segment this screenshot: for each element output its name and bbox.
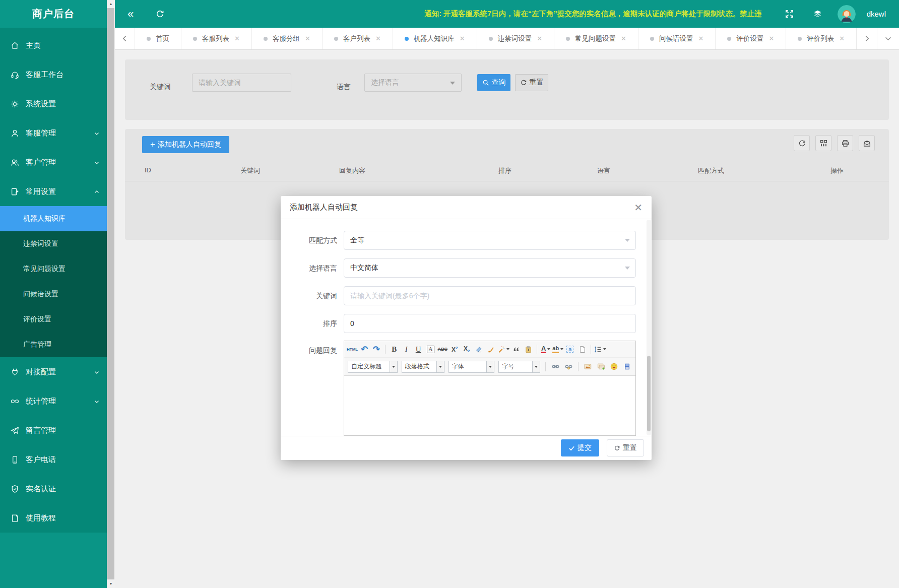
redo-icon[interactable]: ↷ bbox=[371, 344, 382, 355]
tab-item[interactable]: 评价列表✕ bbox=[786, 28, 857, 49]
modal-reset-button[interactable]: 重置 bbox=[607, 439, 644, 456]
sidebar-scrollbar[interactable]: ▲ ▼ bbox=[107, 0, 115, 588]
link-icon[interactable] bbox=[550, 361, 561, 372]
auto-typeset-icon[interactable] bbox=[497, 344, 509, 355]
print-button[interactable] bbox=[837, 135, 853, 151]
unlink-icon[interactable] bbox=[563, 361, 574, 372]
sidebar-subitem[interactable]: 机器人知识库 bbox=[0, 206, 107, 231]
tab-close-icon[interactable]: ✕ bbox=[375, 35, 381, 42]
italic-icon[interactable]: I bbox=[401, 344, 412, 355]
sidebar-item[interactable]: 统计管理 bbox=[0, 386, 107, 416]
quote-icon[interactable] bbox=[510, 344, 522, 355]
username-label[interactable]: dkewl bbox=[867, 10, 886, 18]
editor-combo-select[interactable]: 自定义标题 bbox=[348, 361, 398, 373]
refresh-button[interactable] bbox=[794, 135, 810, 151]
sidebar-item[interactable]: 常用设置 bbox=[0, 177, 107, 206]
sidebar-item[interactable]: 客户电话 bbox=[0, 445, 107, 474]
tab-item[interactable]: 首页 bbox=[135, 28, 181, 49]
sidebar-item[interactable]: 留言管理 bbox=[0, 416, 107, 445]
image-icon[interactable] bbox=[583, 361, 594, 372]
sidebar-item-label: 常用设置 bbox=[26, 187, 56, 197]
tab-close-icon[interactable]: ✕ bbox=[839, 35, 845, 42]
sidebar-subitem[interactable]: 广告管理 bbox=[0, 332, 107, 357]
match-mode-select[interactable]: 全等 bbox=[344, 231, 636, 250]
eraser-icon[interactable] bbox=[473, 344, 484, 355]
modal-close-icon[interactable]: ✕ bbox=[634, 203, 643, 213]
editor-combo-select[interactable]: 字体 bbox=[448, 361, 495, 373]
modal-language-select[interactable]: 中文简体 bbox=[344, 258, 636, 278]
tab-close-icon[interactable]: ✕ bbox=[537, 35, 542, 42]
font-border-icon[interactable]: A bbox=[425, 344, 436, 355]
sidebar-item[interactable]: 客户管理 bbox=[0, 148, 107, 177]
sidebar-item[interactable]: 实名认证 bbox=[0, 474, 107, 503]
search-button[interactable]: 查询 bbox=[477, 74, 510, 91]
sidebar-subitem[interactable]: 常见问题设置 bbox=[0, 256, 107, 282]
superscript-icon[interactable]: X2 bbox=[449, 344, 460, 355]
submit-button[interactable]: 提交 bbox=[561, 439, 599, 456]
new-page-icon[interactable] bbox=[576, 344, 588, 355]
scroll-down-arrow-icon[interactable]: ▼ bbox=[107, 580, 115, 588]
tab-item[interactable]: 常见问题设置✕ bbox=[554, 28, 638, 49]
sidebar-item[interactable]: 使用教程 bbox=[0, 503, 107, 533]
tabs-scroll-right-icon[interactable] bbox=[857, 28, 877, 49]
layers-icon[interactable] bbox=[809, 6, 826, 23]
tab-close-icon[interactable]: ✕ bbox=[305, 35, 310, 42]
refresh-page-icon[interactable] bbox=[151, 6, 168, 23]
bold-icon[interactable]: B bbox=[389, 344, 400, 355]
tab-item[interactable]: 违禁词设置✕ bbox=[477, 28, 554, 49]
emoticon-icon[interactable] bbox=[609, 361, 620, 372]
sidebar-item[interactable]: 对接配置 bbox=[0, 357, 107, 386]
tab-close-icon[interactable]: ✕ bbox=[698, 35, 704, 42]
export-button[interactable] bbox=[859, 135, 875, 151]
format-painter-icon[interactable] bbox=[485, 344, 496, 355]
html-source-icon[interactable]: HTML bbox=[347, 344, 358, 355]
scroll-up-arrow-icon[interactable]: ▲ bbox=[107, 0, 115, 8]
font-color-icon[interactable]: A bbox=[540, 344, 551, 355]
sidebar-subitem[interactable]: 违禁词设置 bbox=[0, 231, 107, 256]
modal-scrollbar-thumb[interactable] bbox=[647, 356, 651, 431]
tabs-scroll-left-icon[interactable] bbox=[115, 28, 135, 49]
anchor-icon[interactable]: a bbox=[564, 344, 575, 355]
sidebar-subitem[interactable]: 评价设置 bbox=[0, 307, 107, 332]
highlight-color-icon[interactable]: ab bbox=[552, 344, 563, 355]
tab-item[interactable]: 客服分组✕ bbox=[252, 28, 323, 49]
language-select[interactable]: 选择语言 bbox=[364, 74, 462, 92]
strikethrough-icon[interactable]: ABC bbox=[437, 344, 448, 355]
scrollbar-thumb[interactable] bbox=[107, 8, 114, 579]
sidebar-item[interactable]: 客服工作台 bbox=[0, 60, 107, 89]
editor-combo-select[interactable]: 段落格式 bbox=[402, 361, 444, 373]
editor-content-area[interactable] bbox=[344, 376, 635, 436]
tab-item[interactable]: 评价设置✕ bbox=[716, 28, 786, 49]
tab-close-icon[interactable]: ✕ bbox=[621, 35, 626, 42]
tab-close-icon[interactable]: ✕ bbox=[460, 35, 465, 42]
subscript-icon[interactable]: X2 bbox=[461, 344, 472, 355]
modal-keyword-input[interactable] bbox=[344, 286, 636, 305]
tab-item[interactable]: 问候语设置✕ bbox=[638, 28, 716, 49]
modal-scrollbar[interactable] bbox=[647, 220, 651, 435]
sidebar-item[interactable]: 客服管理 bbox=[0, 118, 107, 148]
tab-item[interactable]: 客户列表✕ bbox=[323, 28, 393, 49]
tab-close-icon[interactable]: ✕ bbox=[234, 35, 240, 42]
fullscreen-icon[interactable] bbox=[781, 6, 798, 23]
user-avatar[interactable] bbox=[838, 5, 856, 23]
keyword-input[interactable] bbox=[192, 74, 291, 92]
sort-input[interactable] bbox=[344, 314, 636, 333]
tabs-menu-chevron-icon[interactable] bbox=[877, 28, 899, 49]
undo-icon[interactable]: ↶ bbox=[359, 344, 370, 355]
reset-button[interactable]: 重置 bbox=[515, 74, 548, 91]
underline-icon[interactable]: U bbox=[413, 344, 424, 355]
sidebar-item[interactable]: 系统设置 bbox=[0, 89, 107, 118]
video-icon[interactable] bbox=[622, 361, 633, 372]
editor-combo-select[interactable]: 字号 bbox=[498, 361, 540, 373]
sidebar-item[interactable]: 主页 bbox=[0, 31, 107, 60]
multi-image-icon[interactable] bbox=[596, 361, 607, 372]
tab-close-icon[interactable]: ✕ bbox=[768, 35, 774, 42]
add-robot-reply-button[interactable]: + 添加机器人自动回复 bbox=[142, 136, 229, 153]
columns-button[interactable] bbox=[815, 135, 831, 151]
line-height-icon[interactable] bbox=[594, 344, 606, 355]
collapse-sidebar-icon[interactable]: « bbox=[122, 6, 139, 23]
sidebar-subitem[interactable]: 问候语设置 bbox=[0, 282, 107, 307]
tab-item[interactable]: 客服列表✕ bbox=[181, 28, 252, 49]
paste-text-icon[interactable]: T bbox=[523, 344, 534, 355]
tab-item[interactable]: 机器人知识库✕ bbox=[393, 28, 477, 49]
